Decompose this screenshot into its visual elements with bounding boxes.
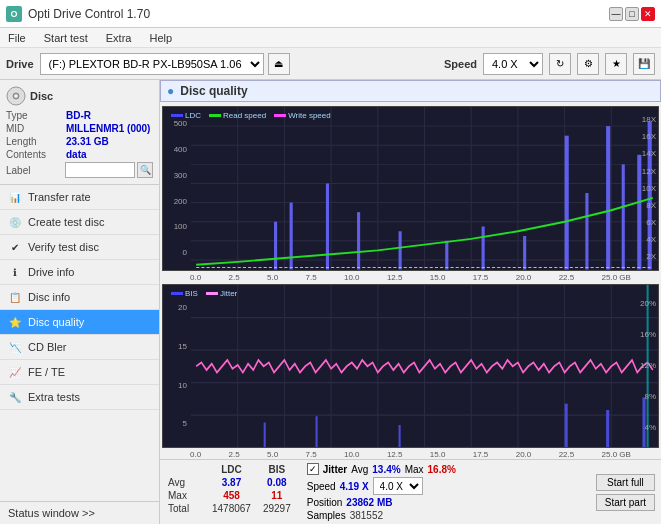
verify-test-disc-icon: ✔ <box>8 240 22 254</box>
disc-mid-row: MID MILLENMR1 (000) <box>6 123 153 134</box>
svg-rect-21 <box>274 222 277 270</box>
svg-rect-32 <box>622 164 625 269</box>
nav-fe-te[interactable]: 📈 FE / TE <box>0 360 159 385</box>
x-label-17-5: 17.5 <box>473 273 489 282</box>
stats-area: LDC BIS Avg 3.87 0.08 Max 458 11 Total <box>160 459 661 524</box>
bis-legend: BIS <box>171 289 198 298</box>
samples-value: 381552 <box>350 510 383 521</box>
write-speed-legend: Write speed <box>274 111 331 120</box>
svg-rect-52 <box>565 403 568 447</box>
speed-stat-select[interactable]: 4.0 X <box>373 477 423 495</box>
star-button[interactable]: ★ <box>605 53 627 75</box>
lower-legend: BIS Jitter <box>167 287 241 300</box>
svg-rect-53 <box>606 410 609 448</box>
jitter-row: ✓ Jitter Avg 13.4% Max 16.8% <box>307 463 586 475</box>
nav-disc-info[interactable]: 📋 Disc info <box>0 285 159 310</box>
x-label-15: 15.0 <box>430 273 446 282</box>
svg-point-2 <box>15 95 18 98</box>
nav-verify-test-disc[interactable]: ✔ Verify test disc <box>0 235 159 260</box>
eject-button[interactable]: ⏏ <box>268 53 290 75</box>
x-label-22-5: 22.5 <box>559 273 575 282</box>
svg-rect-28 <box>523 236 526 269</box>
read-speed-legend-color <box>209 114 221 117</box>
menu-help[interactable]: Help <box>145 31 176 45</box>
nav-cd-bler[interactable]: 📉 CD Bler <box>0 335 159 360</box>
y-label-5: 5 <box>165 419 187 428</box>
close-button[interactable]: ✕ <box>641 7 655 21</box>
upper-y-axis: 18X 16X 14X 12X 10X 8X 6X 4X 2X <box>632 107 658 270</box>
nav-disc-quality[interactable]: ⭐ Disc quality <box>0 310 159 335</box>
disc-type-label: Type <box>6 110 66 121</box>
drive-select[interactable]: (F:) PLEXTOR BD-R PX-LB950SA 1.06 <box>40 53 264 75</box>
y-label-12x: 12X <box>634 167 656 176</box>
app-icon: O <box>6 6 22 22</box>
stats-data-table: LDC BIS Avg 3.87 0.08 Max 458 11 Total <box>166 463 297 515</box>
charts-container: LDC Read speed Write speed <box>160 104 661 459</box>
lx-label-5: 5.0 <box>267 450 278 459</box>
speed-stat-label: Speed <box>307 481 336 492</box>
y-label-18x: 18X <box>634 115 656 124</box>
stats-total-ldc: 1478067 <box>206 502 257 515</box>
save-button[interactable]: 💾 <box>633 53 655 75</box>
disc-label-button[interactable]: 🔍 <box>137 162 153 178</box>
title-bar: O Opti Drive Control 1.70 — □ ✕ <box>0 0 661 28</box>
start-part-button[interactable]: Start part <box>596 494 655 511</box>
y-label-400: 400 <box>165 145 187 154</box>
upper-chart: LDC Read speed Write speed <box>162 106 659 271</box>
jitter-checkbox[interactable]: ✓ <box>307 463 319 475</box>
upper-x-labels: 0.0 2.5 5.0 7.5 10.0 12.5 15.0 17.5 20.0… <box>162 273 659 282</box>
nav-transfer-rate[interactable]: 📊 Transfer rate <box>0 185 159 210</box>
start-full-button[interactable]: Start full <box>596 474 655 491</box>
nav-disc-quality-label: Disc quality <box>28 316 84 328</box>
stats-avg-row: Avg 3.87 0.08 <box>166 476 297 489</box>
svg-rect-31 <box>606 126 610 269</box>
menu-bar: File Start test Extra Help <box>0 28 661 48</box>
x-label-7-5: 7.5 <box>305 273 316 282</box>
position-row: Position 23862 MB <box>307 497 586 508</box>
disc-mid-value: MILLENMR1 (000) <box>66 123 150 134</box>
y-label-100: 100 <box>165 222 187 231</box>
x-label-12-5: 12.5 <box>387 273 403 282</box>
ldc-legend-color <box>171 114 183 117</box>
stats-bis-header: BIS <box>257 463 297 476</box>
menu-file[interactable]: File <box>4 31 30 45</box>
samples-label: Samples <box>307 510 346 521</box>
write-speed-legend-label: Write speed <box>288 111 331 120</box>
refresh-button[interactable]: ↻ <box>549 53 571 75</box>
speed-select-toolbar[interactable]: 4.0 X <box>483 53 543 75</box>
nav-create-test-disc-label: Create test disc <box>28 216 104 228</box>
stats-avg-bis: 0.08 <box>257 476 297 489</box>
disc-length-label: Length <box>6 136 66 147</box>
x-label-2-5: 2.5 <box>228 273 239 282</box>
y-label-4x: 4X <box>634 235 656 244</box>
right-stats: ✓ Jitter Avg 13.4% Max 16.8% Speed 4.19 … <box>307 463 586 521</box>
menu-extra[interactable]: Extra <box>102 31 136 45</box>
drive-label: Drive <box>6 58 34 70</box>
disc-label-input[interactable] <box>65 162 135 178</box>
svg-rect-29 <box>565 136 569 270</box>
svg-rect-30 <box>585 193 588 269</box>
disc-type-row: Type BD-R <box>6 110 153 121</box>
nav-extra-tests[interactable]: 🔧 Extra tests <box>0 385 159 410</box>
minimize-button[interactable]: — <box>609 7 623 21</box>
status-window-button[interactable]: Status window >> <box>0 501 159 524</box>
disc-label-row: Label 🔍 <box>6 162 153 178</box>
settings-button[interactable]: ⚙ <box>577 53 599 75</box>
lx-label-0: 0.0 <box>190 450 201 459</box>
svg-rect-25 <box>399 231 402 269</box>
title-bar-left: O Opti Drive Control 1.70 <box>6 6 150 22</box>
maximize-button[interactable]: □ <box>625 7 639 21</box>
nav-create-test-disc[interactable]: 💿 Create test disc <box>0 210 159 235</box>
drive-selector: (F:) PLEXTOR BD-R PX-LB950SA 1.06 ⏏ <box>40 53 438 75</box>
disc-contents-value: data <box>66 149 87 160</box>
upper-legend: LDC Read speed Write speed <box>167 109 335 122</box>
jitter-legend-color <box>206 292 218 295</box>
menu-start-test[interactable]: Start test <box>40 31 92 45</box>
nav-drive-info[interactable]: ℹ Drive info <box>0 260 159 285</box>
disc-quality-icon: ⭐ <box>8 315 22 329</box>
chart-header-icon: ● <box>167 84 174 98</box>
nav-cd-bler-label: CD Bler <box>28 341 67 353</box>
y-label-200: 200 <box>165 197 187 206</box>
stats-avg-label: Avg <box>166 476 206 489</box>
svg-rect-26 <box>445 241 448 270</box>
